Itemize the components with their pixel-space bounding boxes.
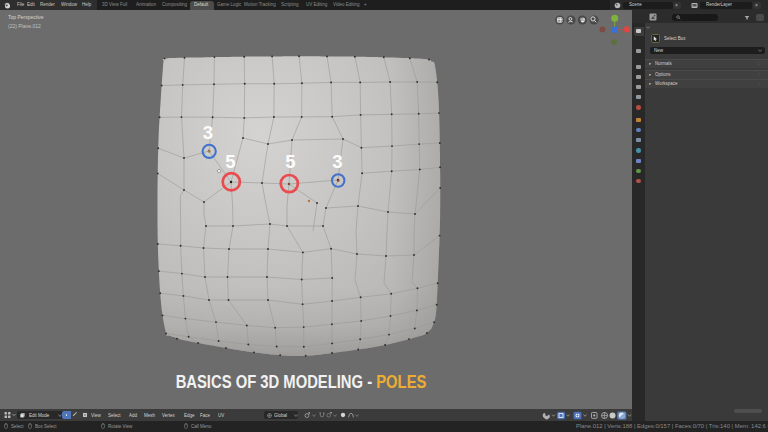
svg-text:5: 5 [225,151,235,172]
svg-text:3: 3 [332,151,342,172]
svg-text:3: 3 [203,122,213,143]
svg-text:5: 5 [285,151,295,172]
